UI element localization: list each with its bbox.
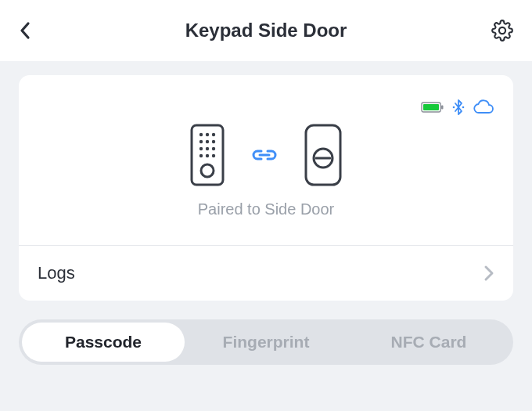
chevron-left-icon bbox=[19, 21, 31, 40]
chevron-right-icon bbox=[483, 265, 494, 282]
svg-point-4 bbox=[462, 106, 465, 109]
bluetooth-icon bbox=[452, 99, 465, 116]
svg-point-17 bbox=[212, 154, 215, 157]
cloud-icon bbox=[473, 99, 494, 115]
svg-point-13 bbox=[206, 147, 209, 150]
link-icon bbox=[251, 147, 278, 163]
svg-point-6 bbox=[200, 133, 203, 136]
svg-rect-1 bbox=[441, 106, 444, 110]
device-card: Paired to Side Door Logs bbox=[19, 75, 513, 301]
svg-point-9 bbox=[200, 140, 203, 143]
svg-point-16 bbox=[206, 154, 209, 157]
logs-row[interactable]: Logs bbox=[19, 246, 513, 301]
back-button[interactable] bbox=[19, 16, 47, 45]
svg-point-14 bbox=[212, 147, 215, 150]
svg-point-10 bbox=[206, 140, 209, 143]
tab-passcode[interactable]: Passcode bbox=[22, 323, 185, 362]
svg-point-3 bbox=[453, 106, 455, 109]
tab-label: Passcode bbox=[65, 333, 142, 352]
device-pairing-row bbox=[38, 124, 494, 186]
tab-label: Fingerprint bbox=[223, 333, 310, 352]
tab-label: NFC Card bbox=[391, 333, 467, 352]
svg-rect-2 bbox=[423, 104, 439, 110]
svg-point-18 bbox=[201, 164, 214, 177]
segmented-control: Passcode Fingerprint NFC Card bbox=[19, 319, 513, 365]
status-row bbox=[421, 99, 494, 116]
gear-icon bbox=[491, 20, 513, 41]
settings-button[interactable] bbox=[485, 16, 513, 45]
tab-nfc-card[interactable]: NFC Card bbox=[347, 323, 510, 362]
svg-point-11 bbox=[212, 140, 215, 143]
page-title: Keypad Side Door bbox=[47, 20, 485, 41]
tab-fingerprint[interactable]: Fingerprint bbox=[185, 323, 347, 362]
battery-icon bbox=[421, 101, 444, 114]
svg-rect-20 bbox=[306, 125, 340, 185]
keypad-device-icon bbox=[190, 124, 225, 186]
lock-device-icon bbox=[304, 124, 342, 186]
svg-point-7 bbox=[206, 133, 209, 136]
pairing-status-label: Paired to Side Door bbox=[38, 200, 494, 218]
header: Keypad Side Door bbox=[0, 0, 532, 61]
device-card-top: Paired to Side Door bbox=[19, 75, 513, 245]
svg-point-12 bbox=[200, 147, 203, 150]
logs-label: Logs bbox=[38, 263, 75, 283]
svg-point-15 bbox=[200, 154, 203, 157]
svg-point-8 bbox=[212, 133, 215, 136]
